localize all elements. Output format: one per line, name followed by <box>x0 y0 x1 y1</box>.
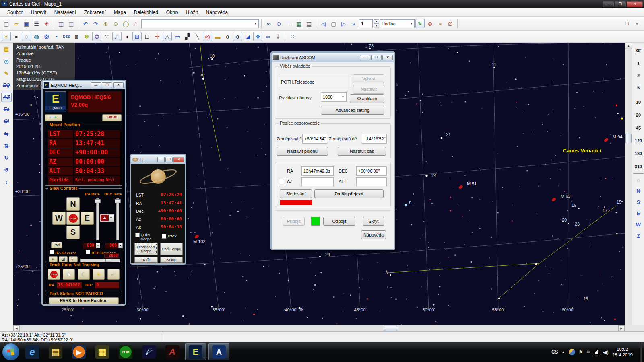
scope-display-window[interactable]: P... — ❐ ✕ LST 07:25:29 RA 13:47:41 Dec … <box>130 154 186 265</box>
connect-button[interactable]: Připojit <box>283 217 305 226</box>
zoom-level-310[interactable]: 310 <box>633 164 644 169</box>
dec-rate-down-icon[interactable]: ▼ <box>118 243 123 248</box>
track-sidereal-button[interactable]: ★ <box>63 269 75 280</box>
wmp-taskbar-icon[interactable]: ▶ <box>68 343 89 360</box>
park-home-button[interactable]: PARK to Home Position <box>49 297 119 304</box>
menu-okno[interactable]: Okno <box>162 8 182 16</box>
track-lunar-button[interactable]: ☾ <box>78 269 90 280</box>
open-chart-icon[interactable]: ▱ <box>12 19 21 28</box>
slew-goto-button[interactable]: ⌗ <box>49 256 58 262</box>
goto-az-field[interactable] <box>301 177 334 186</box>
goto-dec-field[interactable]: +90°00'00" <box>356 166 387 176</box>
explorer-taskbar-icon[interactable]: ▤ <box>45 343 66 360</box>
object-list-icon[interactable]: ≡ <box>284 19 293 28</box>
rate-preset-combo[interactable]: 4 ▼ <box>100 214 114 222</box>
star-magnitude-icon[interactable]: ∴ <box>131 19 140 28</box>
tracking-button[interactable]: Sledování <box>280 189 312 198</box>
cancel-slew-button[interactable]: Zrušit přejezd <box>314 189 384 198</box>
nav-button-Z[interactable]: Z <box>634 232 643 241</box>
multi-window-icon[interactable]: ◫ <box>66 19 76 28</box>
about-button[interactable]: O aplikaci <box>350 94 384 103</box>
object-search-combo[interactable]: ▼ <box>141 19 259 28</box>
label-alpha-icon[interactable]: α <box>223 32 232 41</box>
fov-indicator-icon[interactable]: ◌ <box>634 176 643 185</box>
menu-mapa[interactable]: Mapa <box>110 8 130 16</box>
scope-minimize-button[interactable]: — <box>157 157 165 162</box>
planets-display-icon[interactable]: ● <box>12 32 21 41</box>
constellation-line-icon[interactable]: ╲ <box>193 32 202 41</box>
scroll-up-icon[interactable]: ▲ <box>625 43 632 49</box>
eqmod-setup-wrench-button[interactable]: ⌁≫≫ <box>102 114 122 121</box>
menu-dalekohled[interactable]: Dalekohled <box>130 8 162 16</box>
horizontal-scrollbar[interactable]: ◀ ▶ <box>13 325 625 331</box>
eqmod-close-button[interactable]: ✕ <box>113 82 124 88</box>
slew-spiral-button[interactable]: ⌕ <box>69 256 78 262</box>
nav-button-N[interactable]: N <box>634 187 643 195</box>
slew-east-button[interactable]: E <box>80 212 94 225</box>
nav-button-E[interactable]: E <box>634 209 643 218</box>
step-stop-icon[interactable]: ▢ <box>329 19 338 28</box>
scroll-left-icon[interactable]: ◀ <box>13 325 20 331</box>
ascom-minimize-button[interactable]: — <box>360 55 370 60</box>
zoom-level-20[interactable]: 20 <box>633 113 644 117</box>
zoom-level-45[interactable]: 45 <box>633 125 644 130</box>
park-scope-button[interactable]: Park Scope <box>160 243 183 255</box>
slew-grid-button[interactable]: ⊞ <box>59 256 68 262</box>
ra-rate-down-icon[interactable]: ▼ <box>96 243 100 248</box>
flip-vertical-icon[interactable]: ⇅ <box>1 141 12 150</box>
menu-nastaveni[interactable]: Nastavení <box>50 8 80 16</box>
az-checkbox[interactable] <box>279 179 284 184</box>
help-button[interactable]: Nápověda <box>361 230 386 239</box>
field-circle-icon[interactable]: ◎ <box>203 32 212 41</box>
show-desktop-button[interactable] <box>640 342 642 362</box>
phd2-taskbar-icon[interactable]: PHD <box>115 343 136 360</box>
eqmod-taskbar-icon[interactable]: E <box>185 343 206 360</box>
refresh-rate-combo[interactable]: 1000▼ <box>321 92 347 102</box>
track-stop-button[interactable]: STOP <box>48 269 60 280</box>
coord-galactic-button[interactable]: Gl <box>1 117 12 126</box>
dec-rate-slider-thumb[interactable] <box>115 199 121 203</box>
eqmod-display-plus-button[interactable]: ▭+ <box>45 114 62 121</box>
night-vision-icon[interactable]: ◪ <box>243 32 252 41</box>
time-unit-combo[interactable]: Hodina▼ <box>380 19 415 28</box>
goto-alt-field[interactable] <box>356 177 387 186</box>
search-binoculars-icon[interactable]: ∞ <box>264 19 273 28</box>
close-toolbar-icon[interactable]: ✕ <box>632 19 642 28</box>
clock[interactable]: 18:02 28.4.2019 <box>612 346 636 358</box>
stars-display-icon[interactable]: ✶ <box>2 32 11 41</box>
quiet-scope-checkbox[interactable]: Quiet Scope <box>135 233 157 241</box>
traffic-button[interactable]: Traffic <box>134 257 158 263</box>
volume-icon[interactable]: ◀) <box>603 349 609 355</box>
action-center-flag-icon[interactable]: ⚑ <box>579 349 584 355</box>
coord-altaz-button[interactable]: AZ <box>1 93 12 102</box>
new-chart-icon[interactable]: ▢ <box>2 19 11 28</box>
pan-chart-icon[interactable]: ✥ <box>253 32 262 41</box>
time-step-input[interactable]: 1 <box>359 19 373 28</box>
center-cross-icon[interactable]: ⊕ <box>425 19 435 28</box>
nav-button-W[interactable]: W <box>634 220 643 229</box>
scroll-right-icon[interactable]: ▶ <box>618 325 625 331</box>
config-icon[interactable]: ✳ <box>42 19 51 28</box>
slew-stop-button[interactable]: STOP <box>66 212 80 225</box>
ie-taskbar-icon[interactable]: e <box>22 343 43 360</box>
time-step-spinner[interactable]: ▲▼ <box>374 19 379 28</box>
scope-close-button[interactable]: ✕ <box>173 157 184 162</box>
eqmod-title-bar[interactable]: E EQMOD HEQ... — ❐ ✕ <box>43 81 125 89</box>
zoom-level-2[interactable]: 2 <box>633 73 644 78</box>
bright-nebula-icon[interactable]: ◍ <box>32 32 41 41</box>
slew-rate-slider-thumb[interactable] <box>105 259 111 262</box>
vscroll-thumb[interactable] <box>625 134 632 143</box>
set-time-button[interactable]: Nastavit čas <box>338 147 386 156</box>
milkyway-fill-icon[interactable]: ◖ <box>122 32 132 41</box>
select-driver-button[interactable]: Vybrat <box>353 74 384 83</box>
zoom-in-icon[interactable]: ⊕ <box>101 19 110 28</box>
setup-driver-button[interactable]: Nastavit <box>353 85 384 94</box>
chart-themes-icon[interactable]: ▤ <box>1 44 12 54</box>
hscroll-thumb[interactable] <box>384 326 397 331</box>
set-position-button[interactable]: Nastavit polohu <box>277 147 328 156</box>
horizon-observer-icon[interactable]: △ <box>163 32 172 41</box>
compass-rose-icon[interactable]: ✛ <box>153 32 162 41</box>
nav-button-S[interactable]: S <box>634 198 643 207</box>
clock-settings-icon[interactable]: ◷ <box>1 56 12 66</box>
copy-chart-icon[interactable]: ◫ <box>56 19 66 28</box>
